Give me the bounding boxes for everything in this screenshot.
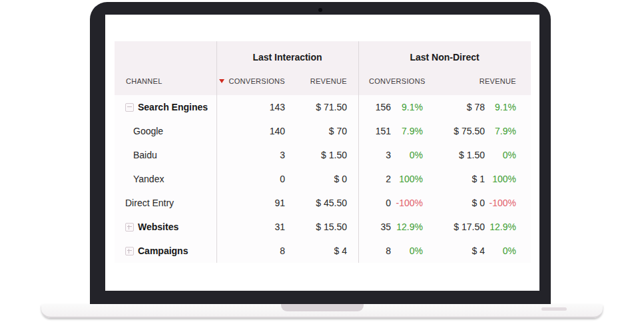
expand-icon[interactable] bbox=[125, 223, 134, 232]
lnd-conversions-value: 3 bbox=[358, 150, 391, 160]
lnd-revenue-delta: 9.1% bbox=[485, 102, 516, 112]
li-conversions-value: 91 bbox=[216, 198, 285, 208]
li-conversions-value: 143 bbox=[216, 102, 285, 112]
expand-icon[interactable] bbox=[125, 247, 134, 255]
collapse-icon[interactable] bbox=[125, 103, 134, 112]
channel-label[interactable]: Search Engines bbox=[138, 102, 208, 112]
lnd-conversions-value: 156 bbox=[358, 102, 391, 112]
group-header-last-non-direct: Last Non-Direct bbox=[358, 45, 531, 63]
column-header-channel[interactable]: CHANNEL bbox=[115, 77, 216, 85]
sort-desc-icon[interactable] bbox=[219, 79, 224, 83]
table-row-baidu: Baidu 3 $ 1.50 3 0% $ 1.50 0% bbox=[115, 143, 531, 167]
group-header-row: Last Interaction Last Non-Direct bbox=[115, 41, 531, 67]
lnd-conversions-delta: 9.1% bbox=[391, 102, 423, 112]
table-row-campaigns: Campaigns 8 $ 4 8 0% $ 4 0% bbox=[115, 239, 531, 263]
li-conversions-value: 8 bbox=[216, 245, 285, 256]
li-revenue-value: $ 45.50 bbox=[285, 198, 347, 208]
lnd-conversions-value: 2 bbox=[358, 174, 391, 184]
channel-label[interactable]: Yandex bbox=[133, 174, 164, 184]
li-conversions-value: 31 bbox=[216, 222, 285, 232]
li-revenue-value: $ 70 bbox=[285, 126, 347, 136]
column-separator bbox=[216, 41, 217, 263]
lnd-revenue-value: $ 1 bbox=[423, 174, 485, 184]
lnd-revenue-delta: 7.9% bbox=[485, 126, 516, 136]
channel-label[interactable]: Google bbox=[133, 126, 163, 136]
lnd-revenue-delta: 0% bbox=[485, 245, 516, 256]
channel-label[interactable]: Baidu bbox=[133, 150, 157, 160]
li-revenue-value: $ 15.50 bbox=[285, 222, 347, 232]
lnd-conversions-value: 151 bbox=[358, 126, 391, 136]
li-conversions-value: 0 bbox=[216, 174, 285, 184]
lnd-revenue-value: $ 0 bbox=[423, 198, 485, 208]
lnd-conversions-delta: 12.9% bbox=[391, 222, 423, 232]
table-header: Last Interaction Last Non-Direct CHANNEL… bbox=[115, 41, 531, 95]
lnd-revenue-delta: 0% bbox=[485, 150, 516, 160]
table-row-google: Google 140 $ 70 151 7.9% $ 75.50 7.9% bbox=[115, 119, 531, 143]
lnd-revenue-delta: 12.9% bbox=[485, 222, 516, 232]
channel-label[interactable]: Websites bbox=[138, 222, 178, 232]
table-row-yandex: Yandex 0 $ 0 2 100% $ 1 100% bbox=[115, 167, 531, 191]
lnd-conversions-delta: 7.9% bbox=[391, 126, 423, 136]
li-revenue-value: $ 0 bbox=[285, 174, 347, 184]
column-header-lnd-revenue[interactable]: REVENUE bbox=[423, 77, 516, 85]
lnd-revenue-value: $ 17.50 bbox=[423, 222, 485, 232]
lnd-conversions-delta: 0% bbox=[391, 150, 423, 160]
li-revenue-value: $ 71.50 bbox=[285, 102, 347, 112]
lnd-conversions-delta: 100% bbox=[391, 174, 423, 184]
column-header-lnd-conversions[interactable]: CONVERSIONS bbox=[358, 77, 423, 85]
laptop-lid-notch bbox=[281, 304, 364, 311]
lnd-revenue-value: $ 75.50 bbox=[423, 126, 485, 136]
laptop-base-detail bbox=[541, 307, 567, 311]
lnd-revenue-value: $ 1.50 bbox=[423, 150, 485, 160]
table-body: Search Engines 143 $ 71.50 156 9.1% $ 78… bbox=[115, 95, 531, 263]
channel-label[interactable]: Campaigns bbox=[138, 245, 188, 256]
table-row-websites: Websites 31 $ 15.50 35 12.9% $ 17.50 12.… bbox=[115, 215, 531, 239]
channel-label[interactable]: Direct Entry bbox=[125, 198, 174, 208]
lnd-conversions-value: 35 bbox=[358, 222, 391, 232]
lnd-revenue-value: $ 78 bbox=[423, 102, 485, 112]
lnd-conversions-delta: 0% bbox=[391, 245, 423, 256]
table-row-search-engines: Search Engines 143 $ 71.50 156 9.1% $ 78… bbox=[115, 95, 531, 119]
attribution-report-table: Last Interaction Last Non-Direct CHANNEL… bbox=[115, 41, 531, 263]
li-conversions-value: 3 bbox=[216, 150, 285, 160]
column-header-li-revenue[interactable]: REVENUE bbox=[285, 77, 358, 85]
li-conversions-value: 140 bbox=[216, 126, 285, 136]
lnd-conversions-delta: -100% bbox=[391, 198, 423, 208]
column-header-li-conversions[interactable]: CONVERSIONS bbox=[216, 77, 285, 85]
laptop-screen: Last Interaction Last Non-Direct CHANNEL… bbox=[105, 15, 539, 291]
column-header-row: CHANNEL CONVERSIONS REVENUE CONVERSIONS … bbox=[115, 67, 531, 95]
column-separator bbox=[358, 41, 359, 263]
lnd-revenue-delta: -100% bbox=[485, 198, 516, 208]
li-revenue-value: $ 4 bbox=[285, 245, 347, 256]
li-revenue-value: $ 1.50 bbox=[285, 150, 347, 160]
laptop-base bbox=[41, 304, 603, 318]
lnd-conversions-value: 8 bbox=[358, 245, 391, 256]
lnd-revenue-delta: 100% bbox=[485, 174, 516, 184]
lnd-conversions-value: 0 bbox=[358, 198, 391, 208]
webcam-icon bbox=[318, 8, 322, 12]
laptop-lid: Last Interaction Last Non-Direct CHANNEL… bbox=[90, 2, 551, 304]
lnd-revenue-value: $ 4 bbox=[423, 245, 485, 256]
group-header-last-interaction: Last Interaction bbox=[216, 45, 358, 63]
table-row-direct-entry: Direct Entry 91 $ 45.50 0 -100% $ 0 -100… bbox=[115, 191, 531, 215]
